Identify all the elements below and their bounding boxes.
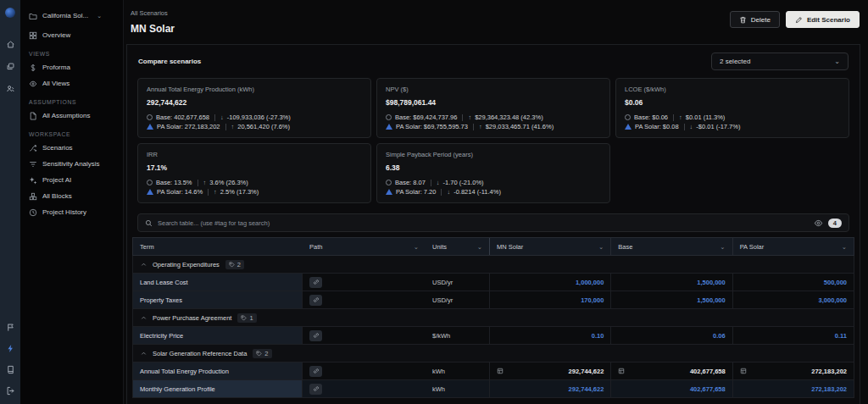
flag-icon[interactable] <box>6 323 15 332</box>
logout-icon[interactable] <box>6 386 15 396</box>
tag-icon <box>256 351 262 357</box>
sidebar-item-label: All Assumptions <box>42 112 90 119</box>
visible-count-badge[interactable]: 4 <box>828 219 842 228</box>
value-cell-base[interactable]: 402,677,658 <box>610 380 732 397</box>
path-cell[interactable] <box>303 291 426 308</box>
base-marker-icon <box>386 114 392 120</box>
path-cell[interactable] <box>303 274 426 291</box>
kpi-card-lcoe: LCOE ($/kWh) $0.06 Base: $0.06↑$0.01 (11… <box>615 78 849 138</box>
units-cell: kWh <box>426 380 489 397</box>
path-cell[interactable] <box>303 380 426 397</box>
history-icon <box>29 208 37 217</box>
dollar-icon <box>29 64 37 72</box>
kpi-title: LCOE ($/kWh) <box>625 86 840 93</box>
chevron-down-icon: ⌄ <box>834 58 840 65</box>
search-input[interactable] <box>158 219 809 227</box>
blocks-icon <box>29 192 37 201</box>
kpi-pa-text: PA Solar: 7.20 <box>396 188 436 196</box>
value-cell-base[interactable]: 1,500,000 <box>610 274 732 291</box>
sidebar-item-sensitivity-analysis[interactable]: Sensitivity Analysis <box>29 156 120 172</box>
value-cell-pa-solar[interactable]: 272,183,202 <box>732 380 854 397</box>
sparkle-icon <box>29 176 37 185</box>
sidebar-item-proforma[interactable]: Proforma <box>29 59 120 75</box>
dropdown-value: 2 selected <box>720 58 750 65</box>
kpi-base-text: Base: $0.06 <box>634 113 668 121</box>
value-cell-pa-solar[interactable]: 0.11 <box>732 327 854 344</box>
link-icon[interactable] <box>309 330 322 341</box>
link-icon[interactable] <box>309 384 322 395</box>
home-icon[interactable] <box>6 40 15 49</box>
units-cell: $/kWh <box>426 327 489 344</box>
edit-scenario-button[interactable]: Edit Scenario <box>786 11 860 28</box>
column-header-pa-solar[interactable]: PA Solar⌄ <box>732 238 854 255</box>
sidebar-item-all-blocks[interactable]: All Blocks <box>29 188 120 204</box>
arrow-up-icon: ↑ <box>203 179 207 186</box>
sidebar-item-label: Overview <box>42 31 70 39</box>
sidebar-item-label: All Views <box>42 80 70 87</box>
table-row[interactable]: Property Taxes USD/yr 170,000 1,500,000 … <box>132 291 854 309</box>
kpi-pa-text: PA Solar: 272,183,202 <box>157 123 220 130</box>
path-cell[interactable] <box>303 362 426 379</box>
chevron-down-icon: ⌄ <box>477 243 482 251</box>
term-cell: Electricity Price <box>133 327 303 344</box>
project-selector[interactable]: California Sol... ⌄ <box>29 8 120 24</box>
column-header-units[interactable]: Units⌄ <box>426 238 489 255</box>
section-count-badge: 2 <box>225 260 244 269</box>
value-cell-mn-solar[interactable]: 292,744,622 <box>489 380 610 397</box>
value-cell-mn-solar[interactable]: 292,744,622 <box>489 362 610 379</box>
delete-button[interactable]: Delete <box>730 11 780 28</box>
eye-icon[interactable] <box>814 219 823 228</box>
value-cell-mn-solar[interactable]: 0.10 <box>489 327 610 344</box>
kpi-pa-delta: $29,033,465.71 (41.6%) <box>486 123 554 130</box>
table-section-operating-expenditures[interactable]: Operating Expenditures 2 <box>132 256 854 274</box>
value-cell-pa-solar[interactable]: 500,000 <box>732 274 854 291</box>
chevron-down-icon: ⌄ <box>598 243 604 251</box>
table-row[interactable]: Monthly Generation Profile kWh 292,744,6… <box>132 380 854 398</box>
value-cell-mn-solar[interactable]: 1,000,000 <box>489 274 610 291</box>
table-section-solar-generation-reference-data[interactable]: Solar Generation Reference Data 2 <box>132 345 854 362</box>
value-cell-pa-solar[interactable]: 272,183,202 <box>732 362 854 379</box>
value-cell-pa-solar[interactable]: 3,000,000 <box>732 291 854 308</box>
sidebar-item-all-assumptions[interactable]: All Assumptions <box>29 108 120 124</box>
kpi-title: Annual Total Energy Production (kWh) <box>147 86 362 93</box>
table-section-power-purchase-agreement[interactable]: Power Purchase Agreement 1 <box>132 309 854 327</box>
table-row[interactable]: Electricity Price $/kWh 0.10 0.06 0.11 <box>132 327 854 345</box>
app-logo-icon[interactable] <box>5 8 15 18</box>
column-header-path[interactable]: Path⌄ <box>303 238 426 255</box>
delete-button-label: Delete <box>751 16 771 24</box>
kpi-base-delta: -109,933,036 (-27.3%) <box>227 113 291 121</box>
sidebar-item-overview[interactable]: Overview <box>29 27 120 43</box>
users-icon[interactable] <box>6 84 15 93</box>
sidebar-item-project-ai[interactable]: Project AI <box>29 172 120 188</box>
kpi-value: $0.06 <box>625 98 840 107</box>
value-cell-base[interactable]: 0.06 <box>610 327 732 344</box>
sidebar-item-scenarios[interactable]: Scenarios <box>29 140 120 156</box>
kpi-base-delta: $0.01 (11.3%) <box>686 113 726 121</box>
sidebar-item-all-views[interactable]: All Views <box>29 75 120 91</box>
kpi-card-irr: IRR 17.1% Base: 13.5%↑3.6% (26.3%) PA So… <box>137 143 371 203</box>
scenario-select-dropdown[interactable]: 2 selected ⌄ <box>711 53 849 70</box>
table-row[interactable]: Annual Total Energy Production kWh 292,7… <box>132 362 854 380</box>
value-cell-base[interactable]: 402,677,658 <box>610 362 732 379</box>
path-cell[interactable] <box>303 327 426 344</box>
column-header-base[interactable]: Base⌄ <box>610 238 732 255</box>
link-icon[interactable] <box>309 366 322 377</box>
value-cell-base[interactable]: 1,500,000 <box>610 291 732 308</box>
kpi-base-delta: -1.70 (-21.0%) <box>443 179 484 186</box>
column-header-mn-solar[interactable]: MN Solar⌄ <box>489 238 610 255</box>
bolt-icon[interactable] <box>6 344 15 353</box>
kpi-base-delta: 3.6% (26.3%) <box>209 179 248 186</box>
kpi-pa-text: PA Solar: $0.08 <box>635 123 679 130</box>
sidebar-item-project-history[interactable]: Project History <box>29 204 120 220</box>
book-icon[interactable] <box>6 365 15 374</box>
windows-icon[interactable] <box>6 62 15 71</box>
value-cell-mn-solar[interactable]: 170,000 <box>489 291 610 308</box>
table-row[interactable]: Land Lease Cost USD/yr 1,000,000 1,500,0… <box>132 274 854 291</box>
sidebar-item-label: Project AI <box>42 176 71 184</box>
branch-icon <box>29 144 37 152</box>
link-icon[interactable] <box>309 295 322 306</box>
kpi-value: 17.1% <box>147 163 362 172</box>
kpi-base-delta: $29,364,323.48 (42.3%) <box>475 113 542 121</box>
kpi-cards: Annual Total Energy Production (kWh) 292… <box>127 77 860 211</box>
link-icon[interactable] <box>309 277 322 288</box>
